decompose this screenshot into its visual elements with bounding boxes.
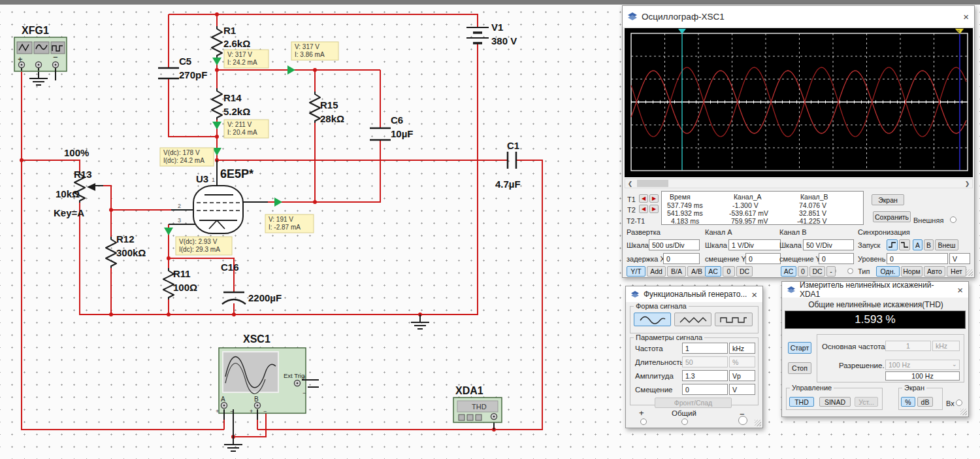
trigger-level-unit[interactable]: V bbox=[949, 253, 970, 264]
cursor-t2[interactable]: 2 bbox=[955, 29, 964, 170]
plus-terminal-radio[interactable] bbox=[640, 418, 647, 425]
trigger-none-button[interactable]: Нет bbox=[947, 266, 966, 277]
battery-V1[interactable] bbox=[466, 27, 489, 43]
sine-wave-button[interactable] bbox=[634, 313, 671, 326]
percent-button[interactable]: % bbox=[901, 397, 915, 407]
resistor-R1[interactable] bbox=[212, 26, 222, 58]
mode-add-button[interactable]: Add bbox=[647, 266, 666, 277]
timebase-xpos-input[interactable]: 0 bbox=[663, 253, 700, 264]
db-button[interactable]: dB bbox=[917, 397, 933, 407]
b-plus: + bbox=[250, 408, 253, 415]
offset-input[interactable]: 0 bbox=[682, 384, 728, 395]
channel-a-dc-button[interactable]: DC bbox=[736, 266, 753, 277]
label-r13: R13 bbox=[74, 169, 92, 180]
stop-button[interactable]: Стоп bbox=[788, 362, 811, 374]
screen-group-label: Экран bbox=[902, 384, 926, 392]
scroll-right-icon[interactable]: ❯ bbox=[962, 179, 972, 188]
scroll-left-icon[interactable]: ❮ bbox=[625, 179, 635, 188]
trigger-a-button[interactable]: A bbox=[913, 239, 923, 250]
value-r15: 28kΩ bbox=[320, 113, 344, 124]
trigger-level-input[interactable]: 0 bbox=[887, 253, 948, 264]
resistor-R15[interactable] bbox=[310, 92, 320, 123]
ground-scope[interactable] bbox=[224, 437, 242, 451]
trigger-normal-button[interactable]: Норм bbox=[901, 266, 923, 277]
channel-a-scale-input[interactable]: 1 V/Div bbox=[728, 239, 781, 250]
save-button[interactable]: Сохранить bbox=[873, 211, 911, 222]
capacitor-C16[interactable] bbox=[222, 292, 246, 304]
resize-grip[interactable] bbox=[960, 409, 967, 415]
screen-button[interactable]: Экран bbox=[872, 194, 904, 205]
close-icon[interactable]: × bbox=[957, 285, 963, 295]
amplitude-unit[interactable]: Vp bbox=[729, 370, 755, 381]
channel-b-ypos-input[interactable]: 0 bbox=[819, 253, 854, 264]
common-terminal-radio[interactable] bbox=[681, 418, 688, 425]
channel-b-dc-button[interactable]: DC bbox=[809, 266, 825, 277]
capacitor-C6[interactable] bbox=[370, 128, 391, 140]
app-icon bbox=[631, 291, 640, 298]
resistor-R11[interactable] bbox=[163, 268, 174, 299]
t1-cha: -1.300 V bbox=[732, 201, 759, 209]
ground-rail[interactable] bbox=[411, 314, 429, 329]
thd-mode-button[interactable]: THD bbox=[789, 397, 814, 407]
channel-b-ac-button[interactable]: AC bbox=[781, 266, 796, 277]
resistor-R12[interactable] bbox=[106, 237, 116, 268]
channel-b-zero-button[interactable]: 0 bbox=[798, 266, 808, 277]
screen-scrollbar[interactable]: ❮ ❯ bbox=[625, 178, 973, 188]
mode-ab-button[interactable]: A/B bbox=[687, 266, 706, 277]
capacitor-C5[interactable] bbox=[158, 68, 179, 78]
mode-yt-button[interactable]: Y/T bbox=[627, 266, 645, 277]
duty-label: Длительность bbox=[635, 358, 684, 366]
channel-a-title: Канал А bbox=[705, 228, 732, 236]
trigger-type-label: Тип bbox=[858, 267, 870, 275]
distortion-analyzer-xda1-icon[interactable]: THD bbox=[453, 398, 502, 430]
frequency-unit[interactable]: kHz bbox=[729, 343, 755, 354]
channel-a-ypos-input[interactable]: 0 bbox=[745, 253, 781, 264]
resize-grip[interactable] bbox=[755, 420, 761, 426]
frequency-input[interactable]: 1 bbox=[682, 343, 728, 354]
input-radio[interactable] bbox=[956, 400, 962, 406]
a-plus: + bbox=[216, 408, 219, 415]
trigger-auto-button[interactable]: Авто bbox=[924, 266, 945, 277]
ground-xfg[interactable] bbox=[29, 71, 48, 85]
trigger-single-button[interactable]: Одн. bbox=[876, 266, 900, 277]
trigger-falling-edge-button[interactable] bbox=[899, 239, 910, 250]
label-r11: R11 bbox=[173, 268, 191, 279]
channel-a-zero-button[interactable]: 0 bbox=[723, 266, 735, 277]
oscilloscope-titlebar[interactable]: Осциллограф-XSC1 × bbox=[623, 6, 974, 27]
resize-grip[interactable] bbox=[966, 269, 973, 276]
start-button[interactable]: Старт bbox=[788, 342, 811, 354]
scrollbar-thumb[interactable] bbox=[637, 180, 668, 187]
resistor-R14[interactable] bbox=[212, 88, 222, 120]
external-radio[interactable] bbox=[950, 216, 956, 223]
channel-a-ac-button[interactable]: AC bbox=[705, 266, 721, 277]
function-generator-window: Функциональный генерато... × Форма сигна… bbox=[625, 286, 763, 428]
label-u3: U3 bbox=[196, 173, 208, 184]
thd-titlebar[interactable]: Измеритель нелинейных искажений-XDA1 × bbox=[782, 282, 968, 298]
sinad-mode-button[interactable]: SINAD bbox=[819, 397, 851, 407]
close-icon[interactable]: × bbox=[751, 290, 757, 299]
t1-right-button[interactable]: ▶ bbox=[649, 194, 659, 203]
t2-left-button[interactable]: ◀ bbox=[639, 205, 648, 213]
amplitude-input[interactable]: 1.3 bbox=[682, 370, 728, 381]
trigger-b-button[interactable]: B bbox=[924, 239, 934, 250]
close-icon[interactable]: × bbox=[963, 12, 969, 22]
trigger-ext-button[interactable]: Внеш bbox=[935, 239, 958, 250]
triangle-wave-button[interactable] bbox=[674, 313, 711, 326]
capacitor-C1[interactable] bbox=[508, 152, 516, 169]
funcgen-titlebar[interactable]: Функциональный генерато... × bbox=[626, 286, 762, 302]
channel-b-scale-input[interactable]: 50 V/Div bbox=[803, 239, 854, 250]
channel-b-minus-button[interactable]: - bbox=[826, 266, 836, 277]
t2-right-button[interactable]: ▶ bbox=[649, 205, 659, 213]
channel-b-radio[interactable] bbox=[847, 268, 853, 274]
timebase-scale-input[interactable]: 500 us/Div bbox=[649, 239, 700, 250]
trigger-rising-edge-button[interactable] bbox=[887, 239, 898, 250]
t1-left-button[interactable]: ◀ bbox=[639, 194, 648, 203]
minus-terminal-radio[interactable] bbox=[738, 416, 747, 425]
offset-unit[interactable]: V bbox=[729, 384, 755, 395]
square-wave-button[interactable] bbox=[715, 313, 753, 326]
duty-unit: % bbox=[729, 356, 755, 367]
mode-ba-button[interactable]: B/A bbox=[667, 266, 686, 277]
cursor-t1[interactable] bbox=[678, 29, 686, 170]
common-terminal-label: Общий bbox=[672, 409, 696, 417]
oscilloscope-xsc1-icon[interactable]: Ext Trig + − A B + − + − bbox=[216, 348, 319, 437]
